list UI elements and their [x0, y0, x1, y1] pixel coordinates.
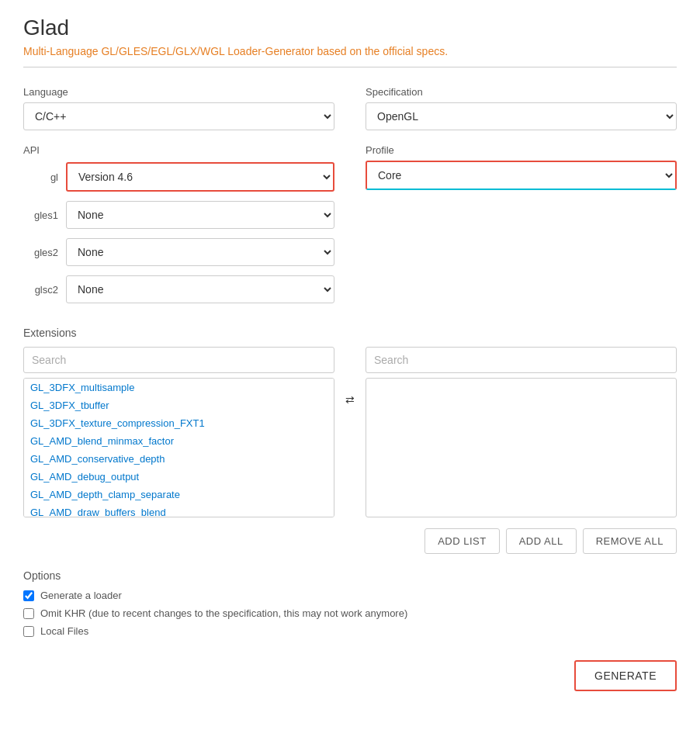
list-item[interactable]: GL_3DFX_multisample	[24, 379, 334, 396]
extensions-left-list[interactable]: GL_3DFX_multisample GL_3DFX_tbuffer GL_3…	[23, 378, 334, 517]
specification-select[interactable]: OpenGL OpenGL ES EGL GLX WGL	[366, 102, 677, 130]
omit-khr-label: Omit KHR (due to recent changes to the s…	[40, 607, 407, 619]
gl-version-select[interactable]: None Version 1.0 Version 2.0 Version 3.0…	[66, 162, 334, 192]
app-title: Glad	[23, 16, 677, 40]
glsc2-label: glsc2	[23, 284, 58, 296]
list-item[interactable]: GL_AMD_depth_clamp_separate	[24, 486, 334, 503]
list-item[interactable]: GL_3DFX_texture_compression_FXT1	[24, 414, 334, 432]
api-label: API	[23, 144, 334, 156]
extensions-label: Extensions	[23, 327, 677, 339]
transfer-icon: ⇄	[345, 393, 355, 406]
options-label: Options	[23, 569, 677, 582]
profile-label: Profile	[366, 144, 677, 156]
local-files-checkbox[interactable]	[23, 626, 34, 637]
app-subtitle: Multi-Language GL/GLES/EGL/GLX/WGL Loade…	[23, 45, 677, 67]
language-select[interactable]: C/C++ C D Ada Pascal Volt Nim	[23, 102, 334, 130]
gles2-label: gles2	[23, 247, 58, 258]
generate-button[interactable]: GENERATE	[574, 660, 677, 691]
language-label: Language	[23, 86, 334, 98]
extensions-right-search[interactable]	[366, 347, 677, 373]
generate-loader-checkbox[interactable]	[23, 590, 34, 601]
specification-label: Specification	[366, 86, 677, 98]
list-item[interactable]: GL_AMD_draw_buffers_blend	[24, 503, 334, 517]
gles1-label: gles1	[23, 209, 58, 221]
gl-label: gl	[23, 171, 58, 183]
remove-all-button[interactable]: REMOVE ALL	[583, 528, 677, 554]
add-all-button[interactable]: ADD ALL	[506, 528, 577, 554]
transfer-button[interactable]: ⇄	[342, 393, 358, 406]
list-item[interactable]: GL_AMD_debug_output	[24, 468, 334, 486]
list-item[interactable]: GL_AMD_blend_minmax_factor	[24, 432, 334, 450]
profile-select[interactable]: Core Compatibility	[366, 161, 677, 190]
local-files-label: Local Files	[40, 625, 88, 637]
extensions-left-search[interactable]	[23, 347, 334, 373]
gles1-select[interactable]: None Version 1.0	[66, 201, 334, 229]
gles2-select[interactable]: None Version 2.0 Version 3.0 Version 3.2	[66, 238, 334, 266]
generate-loader-label: Generate a loader	[40, 590, 122, 601]
add-list-button[interactable]: ADD LIST	[425, 528, 500, 554]
omit-khr-checkbox[interactable]	[23, 608, 34, 619]
glsc2-select[interactable]: None Version 2.0	[66, 275, 334, 303]
extensions-right-list[interactable]	[366, 378, 677, 517]
list-item[interactable]: GL_AMD_conservative_depth	[24, 450, 334, 468]
list-item[interactable]: GL_3DFX_tbuffer	[24, 396, 334, 414]
